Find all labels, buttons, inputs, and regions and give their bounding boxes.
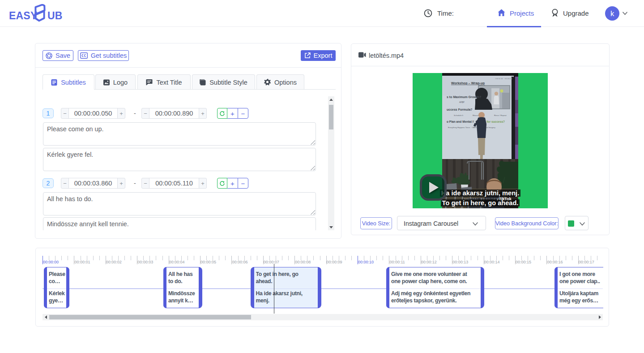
- svg-text:YHB BLYAT HRDBDUS: YHB BLYAT HRDBDUS: [495, 78, 512, 80]
- svg-text:Rinse / Repeat: Rinse / Repeat: [494, 114, 507, 116]
- svg-text:Schedule It: Schedule It: [454, 114, 464, 116]
- svg-text:Workshop – Wrap-up: Workshop – Wrap-up: [451, 81, 485, 85]
- svg-text:s to Maximum Growth?: s to Maximum Growth?: [447, 95, 481, 99]
- svg-text:AFBP: AFBP: [459, 101, 465, 103]
- svg-text:uccess Formula?: uccess Formula?: [447, 108, 473, 111]
- svg-text:Everything Happens Twice OAB: Everything Happens Twice OABT Go / Menta…: [448, 126, 496, 129]
